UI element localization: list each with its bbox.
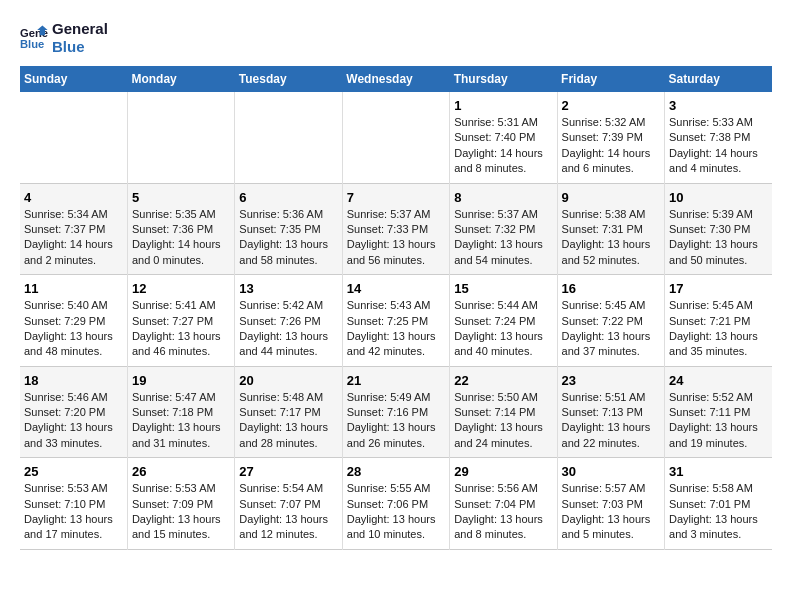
- day-cell: 16Sunrise: 5:45 AM Sunset: 7:22 PM Dayli…: [557, 275, 664, 367]
- day-info: Sunrise: 5:45 AM Sunset: 7:21 PM Dayligh…: [669, 298, 768, 360]
- svg-text:Blue: Blue: [20, 38, 44, 50]
- day-number: 15: [454, 281, 552, 296]
- day-cell: [342, 92, 449, 183]
- day-cell: 18Sunrise: 5:46 AM Sunset: 7:20 PM Dayli…: [20, 366, 127, 458]
- day-info: Sunrise: 5:53 AM Sunset: 7:09 PM Dayligh…: [132, 481, 230, 543]
- day-cell: 26Sunrise: 5:53 AM Sunset: 7:09 PM Dayli…: [127, 458, 234, 550]
- day-cell: 8Sunrise: 5:37 AM Sunset: 7:32 PM Daylig…: [450, 183, 557, 275]
- day-info: Sunrise: 5:36 AM Sunset: 7:35 PM Dayligh…: [239, 207, 337, 269]
- day-info: Sunrise: 5:40 AM Sunset: 7:29 PM Dayligh…: [24, 298, 123, 360]
- day-cell: 12Sunrise: 5:41 AM Sunset: 7:27 PM Dayli…: [127, 275, 234, 367]
- day-number: 5: [132, 190, 230, 205]
- day-number: 25: [24, 464, 123, 479]
- day-header-sunday: Sunday: [20, 66, 127, 92]
- day-cell: 28Sunrise: 5:55 AM Sunset: 7:06 PM Dayli…: [342, 458, 449, 550]
- day-info: Sunrise: 5:37 AM Sunset: 7:32 PM Dayligh…: [454, 207, 552, 269]
- day-info: Sunrise: 5:53 AM Sunset: 7:10 PM Dayligh…: [24, 481, 123, 543]
- day-info: Sunrise: 5:45 AM Sunset: 7:22 PM Dayligh…: [562, 298, 660, 360]
- day-number: 28: [347, 464, 445, 479]
- day-header-monday: Monday: [127, 66, 234, 92]
- day-number: 19: [132, 373, 230, 388]
- calendar-table: SundayMondayTuesdayWednesdayThursdayFrid…: [20, 66, 772, 550]
- day-header-saturday: Saturday: [665, 66, 772, 92]
- header-row: SundayMondayTuesdayWednesdayThursdayFrid…: [20, 66, 772, 92]
- day-number: 20: [239, 373, 337, 388]
- day-cell: 19Sunrise: 5:47 AM Sunset: 7:18 PM Dayli…: [127, 366, 234, 458]
- day-info: Sunrise: 5:31 AM Sunset: 7:40 PM Dayligh…: [454, 115, 552, 177]
- day-info: Sunrise: 5:57 AM Sunset: 7:03 PM Dayligh…: [562, 481, 660, 543]
- day-cell: [235, 92, 342, 183]
- day-cell: 9Sunrise: 5:38 AM Sunset: 7:31 PM Daylig…: [557, 183, 664, 275]
- day-cell: 17Sunrise: 5:45 AM Sunset: 7:21 PM Dayli…: [665, 275, 772, 367]
- day-number: 16: [562, 281, 660, 296]
- day-info: Sunrise: 5:44 AM Sunset: 7:24 PM Dayligh…: [454, 298, 552, 360]
- page-header: General Blue General Blue: [20, 20, 772, 56]
- week-row-1: 1Sunrise: 5:31 AM Sunset: 7:40 PM Daylig…: [20, 92, 772, 183]
- day-info: Sunrise: 5:43 AM Sunset: 7:25 PM Dayligh…: [347, 298, 445, 360]
- day-number: 8: [454, 190, 552, 205]
- day-cell: 20Sunrise: 5:48 AM Sunset: 7:17 PM Dayli…: [235, 366, 342, 458]
- day-info: Sunrise: 5:48 AM Sunset: 7:17 PM Dayligh…: [239, 390, 337, 452]
- day-number: 13: [239, 281, 337, 296]
- day-cell: [127, 92, 234, 183]
- day-number: 12: [132, 281, 230, 296]
- day-cell: [20, 92, 127, 183]
- day-info: Sunrise: 5:55 AM Sunset: 7:06 PM Dayligh…: [347, 481, 445, 543]
- day-info: Sunrise: 5:54 AM Sunset: 7:07 PM Dayligh…: [239, 481, 337, 543]
- day-cell: 27Sunrise: 5:54 AM Sunset: 7:07 PM Dayli…: [235, 458, 342, 550]
- day-info: Sunrise: 5:34 AM Sunset: 7:37 PM Dayligh…: [24, 207, 123, 269]
- day-cell: 21Sunrise: 5:49 AM Sunset: 7:16 PM Dayli…: [342, 366, 449, 458]
- day-cell: 14Sunrise: 5:43 AM Sunset: 7:25 PM Dayli…: [342, 275, 449, 367]
- day-info: Sunrise: 5:35 AM Sunset: 7:36 PM Dayligh…: [132, 207, 230, 269]
- day-number: 30: [562, 464, 660, 479]
- day-number: 18: [24, 373, 123, 388]
- day-info: Sunrise: 5:37 AM Sunset: 7:33 PM Dayligh…: [347, 207, 445, 269]
- logo: General Blue General Blue: [20, 20, 108, 56]
- day-info: Sunrise: 5:49 AM Sunset: 7:16 PM Dayligh…: [347, 390, 445, 452]
- logo-text-general: General: [52, 20, 108, 38]
- day-cell: 31Sunrise: 5:58 AM Sunset: 7:01 PM Dayli…: [665, 458, 772, 550]
- day-number: 26: [132, 464, 230, 479]
- day-cell: 25Sunrise: 5:53 AM Sunset: 7:10 PM Dayli…: [20, 458, 127, 550]
- day-info: Sunrise: 5:51 AM Sunset: 7:13 PM Dayligh…: [562, 390, 660, 452]
- week-row-4: 18Sunrise: 5:46 AM Sunset: 7:20 PM Dayli…: [20, 366, 772, 458]
- day-number: 22: [454, 373, 552, 388]
- day-number: 3: [669, 98, 768, 113]
- day-number: 27: [239, 464, 337, 479]
- day-cell: 5Sunrise: 5:35 AM Sunset: 7:36 PM Daylig…: [127, 183, 234, 275]
- day-cell: 2Sunrise: 5:32 AM Sunset: 7:39 PM Daylig…: [557, 92, 664, 183]
- day-number: 4: [24, 190, 123, 205]
- day-info: Sunrise: 5:46 AM Sunset: 7:20 PM Dayligh…: [24, 390, 123, 452]
- day-number: 2: [562, 98, 660, 113]
- day-cell: 29Sunrise: 5:56 AM Sunset: 7:04 PM Dayli…: [450, 458, 557, 550]
- day-cell: 6Sunrise: 5:36 AM Sunset: 7:35 PM Daylig…: [235, 183, 342, 275]
- day-info: Sunrise: 5:33 AM Sunset: 7:38 PM Dayligh…: [669, 115, 768, 177]
- day-header-wednesday: Wednesday: [342, 66, 449, 92]
- day-cell: 15Sunrise: 5:44 AM Sunset: 7:24 PM Dayli…: [450, 275, 557, 367]
- day-info: Sunrise: 5:47 AM Sunset: 7:18 PM Dayligh…: [132, 390, 230, 452]
- day-number: 21: [347, 373, 445, 388]
- day-cell: 10Sunrise: 5:39 AM Sunset: 7:30 PM Dayli…: [665, 183, 772, 275]
- day-number: 14: [347, 281, 445, 296]
- logo-icon: General Blue: [20, 24, 48, 52]
- day-cell: 30Sunrise: 5:57 AM Sunset: 7:03 PM Dayli…: [557, 458, 664, 550]
- day-cell: 1Sunrise: 5:31 AM Sunset: 7:40 PM Daylig…: [450, 92, 557, 183]
- day-number: 17: [669, 281, 768, 296]
- day-cell: 24Sunrise: 5:52 AM Sunset: 7:11 PM Dayli…: [665, 366, 772, 458]
- day-info: Sunrise: 5:42 AM Sunset: 7:26 PM Dayligh…: [239, 298, 337, 360]
- day-header-thursday: Thursday: [450, 66, 557, 92]
- day-cell: 11Sunrise: 5:40 AM Sunset: 7:29 PM Dayli…: [20, 275, 127, 367]
- day-info: Sunrise: 5:52 AM Sunset: 7:11 PM Dayligh…: [669, 390, 768, 452]
- day-cell: 22Sunrise: 5:50 AM Sunset: 7:14 PM Dayli…: [450, 366, 557, 458]
- day-info: Sunrise: 5:41 AM Sunset: 7:27 PM Dayligh…: [132, 298, 230, 360]
- day-number: 6: [239, 190, 337, 205]
- day-header-friday: Friday: [557, 66, 664, 92]
- day-cell: 7Sunrise: 5:37 AM Sunset: 7:33 PM Daylig…: [342, 183, 449, 275]
- day-info: Sunrise: 5:56 AM Sunset: 7:04 PM Dayligh…: [454, 481, 552, 543]
- day-cell: 13Sunrise: 5:42 AM Sunset: 7:26 PM Dayli…: [235, 275, 342, 367]
- day-number: 1: [454, 98, 552, 113]
- day-cell: 4Sunrise: 5:34 AM Sunset: 7:37 PM Daylig…: [20, 183, 127, 275]
- week-row-3: 11Sunrise: 5:40 AM Sunset: 7:29 PM Dayli…: [20, 275, 772, 367]
- day-info: Sunrise: 5:50 AM Sunset: 7:14 PM Dayligh…: [454, 390, 552, 452]
- day-info: Sunrise: 5:39 AM Sunset: 7:30 PM Dayligh…: [669, 207, 768, 269]
